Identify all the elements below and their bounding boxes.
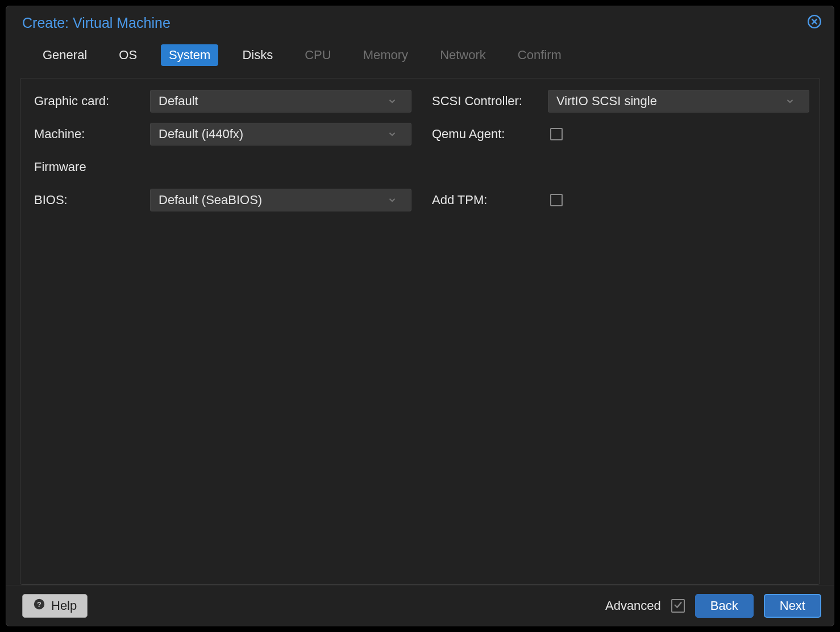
help-icon: ?: [33, 598, 45, 614]
row-graphic-card: Graphic card: Default: [31, 88, 411, 115]
select-bios-value: Default (SeaBIOS): [159, 193, 262, 207]
footer-right: Advanced Back Next: [605, 594, 821, 618]
checkbox-advanced[interactable]: [671, 599, 685, 613]
select-machine-value: Default (i440fx): [159, 127, 243, 142]
form-left-column: Graphic card: Default Machine: Default (…: [31, 88, 411, 219]
chevron-down-icon: [385, 94, 400, 109]
row-add-tpm: Add TPM:: [429, 186, 809, 214]
next-button[interactable]: Next: [764, 594, 821, 618]
wizard-tabs: General OS System Disks CPU Memory Netwo…: [6, 39, 834, 71]
tab-memory: Memory: [355, 44, 416, 66]
svg-text:?: ?: [37, 600, 41, 608]
check-icon: [673, 600, 683, 612]
tab-cpu: CPU: [297, 44, 339, 66]
label-bios: BIOS:: [31, 193, 150, 207]
close-icon: [807, 14, 822, 31]
label-graphic-card: Graphic card:: [31, 94, 150, 109]
tab-os[interactable]: OS: [111, 44, 145, 66]
tab-network: Network: [432, 44, 494, 66]
select-machine[interactable]: Default (i440fx): [150, 123, 411, 145]
select-graphic-card[interactable]: Default: [150, 90, 411, 113]
tab-confirm: Confirm: [510, 44, 569, 66]
dialog-create-vm: Create: Virtual Machine General OS Syste…: [6, 6, 834, 626]
select-scsi-controller[interactable]: VirtIO SCSI single: [548, 90, 809, 113]
row-bios: BIOS: Default (SeaBIOS): [31, 186, 411, 214]
row-firmware-heading: Firmware: [31, 153, 411, 181]
row-spacer: [429, 153, 809, 181]
chevron-down-icon: [783, 94, 797, 109]
dialog-footer: ? Help Advanced Back Next: [6, 585, 834, 626]
back-button[interactable]: Back: [695, 594, 754, 618]
help-button-label: Help: [51, 598, 77, 613]
chevron-down-icon: [385, 193, 400, 207]
form-right-column: SCSI Controller: VirtIO SCSI single Qemu…: [429, 88, 809, 219]
tab-disks[interactable]: Disks: [234, 44, 281, 66]
form-grid: Graphic card: Default Machine: Default (…: [25, 88, 815, 219]
label-firmware: Firmware: [31, 160, 150, 174]
label-scsi-controller: SCSI Controller:: [429, 94, 548, 109]
tab-system[interactable]: System: [161, 44, 218, 66]
checkbox-qemu-agent[interactable]: [550, 128, 563, 140]
help-button[interactable]: ? Help: [22, 594, 88, 618]
close-button[interactable]: [806, 15, 822, 31]
dialog-title: Create: Virtual Machine: [22, 15, 171, 31]
form-panel: Graphic card: Default Machine: Default (…: [20, 78, 820, 585]
dialog-header: Create: Virtual Machine: [6, 6, 834, 39]
back-button-label: Back: [710, 598, 738, 613]
label-add-tpm: Add TPM:: [429, 193, 548, 207]
row-scsi-controller: SCSI Controller: VirtIO SCSI single: [429, 88, 809, 115]
label-qemu-agent: Qemu Agent:: [429, 127, 548, 142]
select-graphic-card-value: Default: [159, 94, 198, 109]
checkbox-add-tpm[interactable]: [550, 194, 563, 206]
row-qemu-agent: Qemu Agent:: [429, 120, 809, 148]
select-scsi-controller-value: VirtIO SCSI single: [556, 94, 657, 109]
next-button-label: Next: [780, 598, 805, 613]
tab-general[interactable]: General: [35, 44, 95, 66]
label-machine: Machine:: [31, 127, 150, 142]
row-machine: Machine: Default (i440fx): [31, 120, 411, 148]
select-bios[interactable]: Default (SeaBIOS): [150, 189, 411, 211]
advanced-label: Advanced: [605, 598, 661, 613]
chevron-down-icon: [385, 127, 400, 142]
